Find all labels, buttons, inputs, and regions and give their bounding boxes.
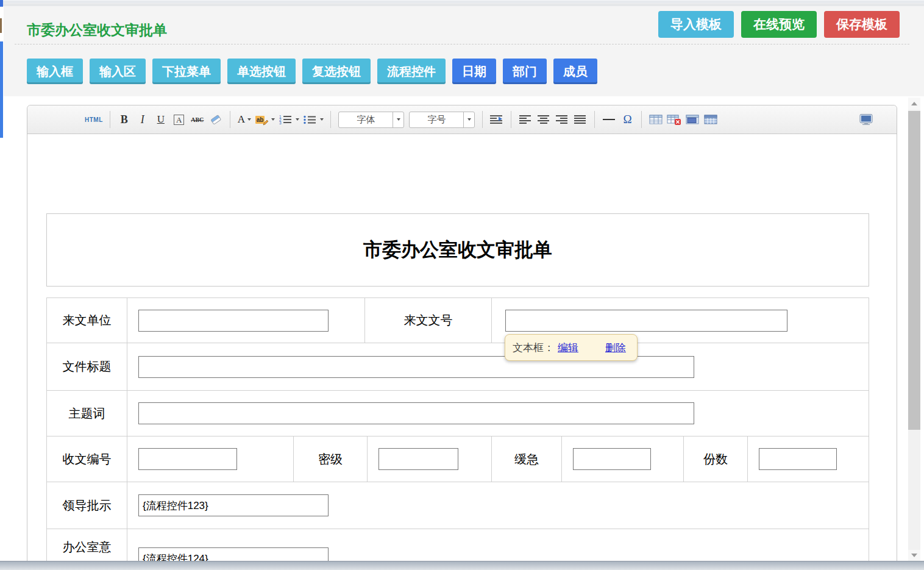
vertical-scrollbar[interactable] xyxy=(908,98,920,561)
document-canvas[interactable]: 市委办公室收文审批单 来文单位 来文文号 文件标题 xyxy=(27,134,897,570)
copies-cell xyxy=(748,436,869,482)
align-right-icon xyxy=(555,115,569,124)
left-edge-sidebar-sliver xyxy=(0,41,3,138)
arrow-down-icon xyxy=(911,554,917,557)
leader-remarks-label: 领导批示 xyxy=(47,482,127,529)
control-date-button[interactable]: 日期 xyxy=(452,59,496,84)
control-radio-button[interactable]: 单选按钮 xyxy=(227,59,296,84)
scrollbar-down-button[interactable] xyxy=(908,550,920,561)
copies-label: 份数 xyxy=(684,436,748,482)
copies-input[interactable] xyxy=(759,448,837,470)
strikethrough-icon: ABC xyxy=(191,116,204,123)
table-row: 文件标题 xyxy=(47,343,869,391)
control-input-area-button[interactable]: 输入区 xyxy=(90,59,146,84)
font-size-value: 字号 xyxy=(410,112,463,127)
form-title: 市委办公室收文审批单 xyxy=(363,237,552,263)
doc-title-label: 文件标题 xyxy=(47,343,127,390)
font-family-select[interactable]: 字体 xyxy=(338,112,404,128)
form-table: 来文单位 来文文号 文件标题 主题词 xyxy=(46,297,869,570)
font-family-dropdown-button[interactable] xyxy=(393,112,403,127)
tooltip-edit-link[interactable]: 编辑 xyxy=(558,341,578,355)
delete-table-icon xyxy=(667,114,681,126)
security-level-label: 密级 xyxy=(294,436,368,482)
font-size-select[interactable]: 字号 xyxy=(409,112,475,128)
table-row: 收文编号 密级 缓急 份数 xyxy=(47,436,869,482)
align-center-icon xyxy=(537,115,550,124)
receipt-number-label: 收文编号 xyxy=(47,436,127,482)
toolbar-separator xyxy=(230,111,230,128)
bold-icon: B xyxy=(121,113,128,126)
doc-number-input[interactable] xyxy=(505,310,787,332)
ordered-list-button[interactable]: 1 2 3 xyxy=(279,110,299,129)
cell-properties-icon xyxy=(686,114,699,125)
subject-words-input[interactable] xyxy=(138,402,694,424)
scrollbar-up-button[interactable] xyxy=(908,98,920,110)
control-dropdown-button[interactable]: 下拉菜单 xyxy=(152,59,221,84)
eraser-icon xyxy=(208,114,223,125)
table-properties-button[interactable] xyxy=(703,110,718,129)
editor-toolbar: HTML B I U A ABC A ab xyxy=(27,105,897,134)
special-char-button[interactable]: Ω xyxy=(620,110,634,129)
source-unit-label: 来文单位 xyxy=(47,298,127,343)
tooltip-delete-link[interactable]: 删除 xyxy=(605,341,626,355)
toolbar-separator xyxy=(330,111,331,128)
italic-button[interactable]: I xyxy=(135,110,150,129)
urgency-cell xyxy=(562,436,684,482)
insert-table-button[interactable] xyxy=(649,110,663,129)
leader-remarks-field[interactable] xyxy=(138,494,329,516)
control-process-widget-button[interactable]: 流程控件 xyxy=(377,59,446,84)
align-right-button[interactable] xyxy=(555,110,569,129)
security-level-input[interactable] xyxy=(378,448,458,470)
delete-table-button[interactable] xyxy=(667,110,681,129)
form-title-box: 市委办公室收文审批单 xyxy=(46,213,869,287)
align-center-button[interactable] xyxy=(536,110,551,129)
receipt-number-cell xyxy=(127,436,294,482)
control-department-button[interactable]: 部门 xyxy=(503,59,547,84)
chevron-down-icon xyxy=(271,118,275,121)
ordered-list-icon: 1 2 3 xyxy=(279,115,293,125)
window-top-strip xyxy=(0,0,924,2)
table-properties-icon xyxy=(704,114,717,125)
toolbar-separator xyxy=(641,111,642,128)
font-color-icon: A xyxy=(238,113,245,126)
source-unit-input[interactable] xyxy=(138,310,329,332)
chevron-down-icon xyxy=(397,118,400,121)
cell-properties-button[interactable] xyxy=(685,110,700,129)
leader-remarks-cell xyxy=(127,482,869,529)
header-divider xyxy=(15,44,909,45)
import-template-button[interactable]: 导入模板 xyxy=(658,11,734,38)
highlight-button[interactable]: ab xyxy=(255,110,275,129)
html-source-button[interactable]: HTML xyxy=(85,110,103,129)
horizontal-rule-button[interactable] xyxy=(602,110,616,129)
form-control-buttons: 输入框 输入区 下拉菜单 单选按钮 复选按钮 流程控件 日期 部门 成员 xyxy=(27,59,597,84)
fullscreen-button[interactable] xyxy=(859,110,873,129)
align-left-button[interactable] xyxy=(518,110,533,129)
save-template-button[interactable]: 保存模板 xyxy=(824,11,900,38)
header: 市委办公室收文审批单 导入模板 在线预览 保存模板 输入框 输入区 下拉菜单 单… xyxy=(4,6,924,96)
bold-button[interactable]: B xyxy=(117,110,132,129)
control-input-box-button[interactable]: 输入框 xyxy=(27,59,83,84)
indent-button[interactable] xyxy=(489,110,504,129)
control-member-button[interactable]: 成员 xyxy=(553,59,597,84)
font-size-dropdown-button[interactable] xyxy=(463,112,474,127)
control-checkbox-button[interactable]: 复选按钮 xyxy=(302,59,371,84)
online-preview-button[interactable]: 在线预览 xyxy=(741,11,817,38)
font-color-button[interactable]: A xyxy=(237,110,252,129)
eraser-button[interactable] xyxy=(208,110,223,129)
arrow-up-icon xyxy=(911,102,917,105)
strikethrough-button[interactable]: ABC xyxy=(190,110,205,129)
receipt-number-input[interactable] xyxy=(138,448,237,470)
urgency-input[interactable] xyxy=(573,448,651,470)
scrollbar-thumb[interactable] xyxy=(908,111,920,430)
unordered-list-button[interactable] xyxy=(303,110,324,129)
justify-button[interactable] xyxy=(573,110,588,129)
underline-button[interactable]: U xyxy=(154,110,168,129)
special-char-icon: Ω xyxy=(623,113,631,126)
main-area: HTML B I U A ABC A ab xyxy=(4,96,908,561)
header-actions: 导入模板 在线预览 保存模板 xyxy=(658,11,900,38)
char-border-button[interactable]: A xyxy=(172,110,187,129)
doc-number-label: 来文文号 xyxy=(365,298,492,343)
window-top-accent xyxy=(0,0,3,7)
pencil-icon xyxy=(263,118,269,126)
doc-title-cell xyxy=(127,343,869,390)
